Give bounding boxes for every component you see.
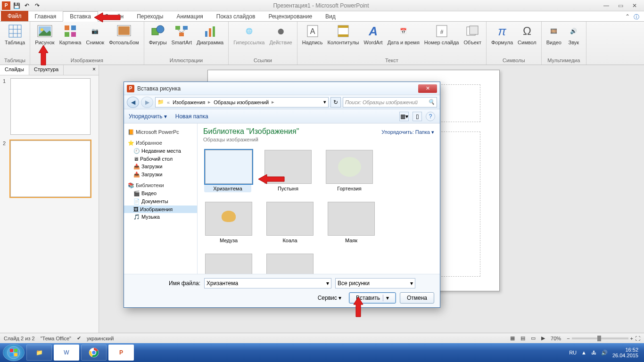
address-dropdown-icon[interactable]: ▾ <box>323 99 326 105</box>
tools-menu[interactable]: Сервис ▾ <box>318 295 341 301</box>
panel-tab-outline[interactable]: Структура <box>29 65 64 75</box>
filetype-filter[interactable]: Все рисунки▾ <box>335 278 415 288</box>
tab-animation[interactable]: Анимация <box>170 12 209 21</box>
file-item[interactable]: Коала <box>266 202 314 243</box>
insert-smartart[interactable]: SmartArt <box>170 23 194 57</box>
tab-home[interactable]: Главная <box>28 12 63 21</box>
search-icon[interactable]: 🔍 <box>428 99 435 105</box>
insert-symbol[interactable]: ΩСимвол <box>516 23 538 57</box>
insert-video[interactable]: 🎞️Видео <box>545 23 563 57</box>
file-item[interactable]: Пингвины <box>205 254 252 274</box>
undo-icon[interactable]: ↶ <box>23 1 31 10</box>
sidebar-images[interactable]: 🖼 Изображения <box>124 206 197 213</box>
insert-clipart[interactable]: Картинка <box>58 23 83 57</box>
maximize-button[interactable]: ▭ <box>615 2 626 9</box>
tab-review[interactable]: Рецензирование <box>262 12 319 21</box>
status-language[interactable]: украинский <box>87 336 114 341</box>
insert-chart[interactable]: Диаграмма <box>195 23 225 57</box>
zoom-fit-button[interactable]: ⛶ <box>635 336 640 341</box>
insert-equation[interactable]: πФормула <box>489 23 515 57</box>
tray-lang[interactable]: RU <box>569 350 577 355</box>
zoom-slider[interactable] <box>572 337 628 339</box>
file-item[interactable]: Пустыня <box>264 150 312 191</box>
insert-wordart[interactable]: AWordArt <box>362 23 385 57</box>
sidebar-libraries[interactable]: 📚 Библиотеки <box>124 181 197 189</box>
tab-file[interactable]: Файл <box>1 11 28 21</box>
insert-slidenumber[interactable]: #Номер слайда <box>422 23 461 57</box>
insert-button[interactable]: Вставить▾ <box>349 292 396 304</box>
panel-close-icon[interactable]: × <box>90 65 99 75</box>
new-folder-button[interactable]: Новая папка <box>175 113 208 120</box>
view-mode-button[interactable]: ▦▾ <box>399 112 409 121</box>
breadcrumb-sub[interactable]: Образцы изображений <box>214 99 269 105</box>
dialog-search-input[interactable]: Поиск: Образцы изображений 🔍 <box>343 97 437 107</box>
cancel-button[interactable]: Отмена <box>400 292 434 304</box>
dialog-titlebar[interactable]: P Вставка рисунка ✕ <box>124 82 440 95</box>
view-reading-icon[interactable]: ▭ <box>531 335 536 341</box>
task-explorer[interactable]: 📁 <box>26 345 52 361</box>
file-item[interactable]: Маяк <box>328 202 375 243</box>
tab-slideshow[interactable]: Показ слайдов <box>210 12 262 21</box>
help-button[interactable]: ? <box>426 112 435 121</box>
zoom-out-button[interactable]: − <box>567 336 570 341</box>
tab-insert[interactable]: Вставка <box>63 11 98 22</box>
insert-datetime[interactable]: 📅Дата и время <box>386 23 421 57</box>
insert-screenshot[interactable]: 📷 Снимок <box>84 23 106 57</box>
address-bar[interactable]: 📁 « Изображения ▸ Образцы изображений ▸ … <box>155 97 329 107</box>
sidebar-downloads[interactable]: 📥 Загрузки <box>124 163 197 171</box>
insert-shapes[interactable]: Фигуры <box>147 23 169 57</box>
file-item[interactable]: Медуза <box>205 202 252 243</box>
sidebar-recent[interactable]: 🕘 Недавние места <box>124 147 197 155</box>
insert-split-icon[interactable]: ▾ <box>383 295 389 301</box>
start-button[interactable] <box>3 344 25 361</box>
preview-pane-button[interactable]: ▯ <box>413 112 422 121</box>
library-sort[interactable]: Упорядочить: Папка ▾ <box>381 129 434 135</box>
task-powerpoint[interactable]: P <box>108 345 134 361</box>
breadcrumb-root[interactable]: Изображения <box>173 99 205 105</box>
sidebar-powerpoint[interactable]: 📙 Microsoft PowerPc <box>124 128 197 136</box>
ribbon-minimize-icon[interactable]: ⌃ <box>625 13 630 21</box>
insert-picture[interactable]: Рисунок <box>33 23 57 57</box>
minimize-button[interactable]: — <box>601 2 612 9</box>
organize-menu[interactable]: Упорядочить ▾ <box>129 113 167 120</box>
save-icon[interactable]: 💾 <box>12 1 21 10</box>
file-item[interactable]: Хризантема <box>204 149 251 192</box>
tray-network-icon[interactable]: 🖧 <box>591 350 596 355</box>
sidebar-documents[interactable]: 📄 Документы <box>124 197 197 206</box>
slide-thumbnail-1[interactable] <box>10 78 91 135</box>
sidebar-downloads-2[interactable]: 📥 Загрузки <box>124 171 197 179</box>
tab-transitions[interactable]: Переходы <box>130 12 170 21</box>
insert-photoalbum[interactable]: Фотоальбом <box>107 23 141 57</box>
close-button[interactable]: ✕ <box>629 2 640 9</box>
file-item[interactable]: Гортензия <box>326 150 373 191</box>
zoom-in-button[interactable]: + <box>630 336 633 341</box>
refresh-button[interactable]: ↻ <box>330 97 341 107</box>
sidebar-favorites[interactable]: ⭐ Избранное <box>124 139 197 147</box>
slide-thumbnail-2[interactable] <box>10 140 91 197</box>
sidebar-video[interactable]: 🎬 Видео <box>124 189 197 197</box>
sidebar-music[interactable]: 🎵 Музыка <box>124 213 197 221</box>
view-slideshow-icon[interactable]: ▶ <box>541 335 545 341</box>
tray-clock[interactable]: 16:52 26.04.2015 <box>612 347 638 358</box>
sidebar-desktop[interactable]: 🖥 Рабочий стол <box>124 155 197 163</box>
file-item[interactable]: Тюльпаны <box>266 254 314 274</box>
spellcheck-icon[interactable]: ✔ <box>77 335 81 341</box>
task-word[interactable]: W <box>54 345 79 361</box>
nav-back-button[interactable]: ◀ <box>127 97 139 108</box>
redo-icon[interactable]: ↷ <box>33 1 41 10</box>
view-normal-icon[interactable]: ▦ <box>510 335 515 341</box>
dialog-close-button[interactable]: ✕ <box>418 84 437 93</box>
tray-volume-icon[interactable]: 🔊 <box>601 350 608 356</box>
help-icon[interactable]: ⓘ <box>634 13 639 21</box>
insert-object[interactable]: Объект <box>462 23 483 57</box>
task-chrome[interactable] <box>81 345 107 361</box>
insert-audio[interactable]: 🔊Звук <box>564 23 583 57</box>
zoom-value[interactable]: 70% <box>551 336 561 341</box>
tab-view[interactable]: Вид <box>319 12 342 21</box>
view-sorter-icon[interactable]: ▤ <box>520 335 525 341</box>
insert-table[interactable]: Таблица <box>3 23 27 57</box>
panel-tab-slides[interactable]: Слайды <box>0 65 29 75</box>
insert-textbox[interactable]: AНадпись <box>300 23 325 57</box>
tab-design[interactable]: Дизайн <box>98 12 130 21</box>
tray-flag-icon[interactable]: ▲ <box>581 350 586 355</box>
